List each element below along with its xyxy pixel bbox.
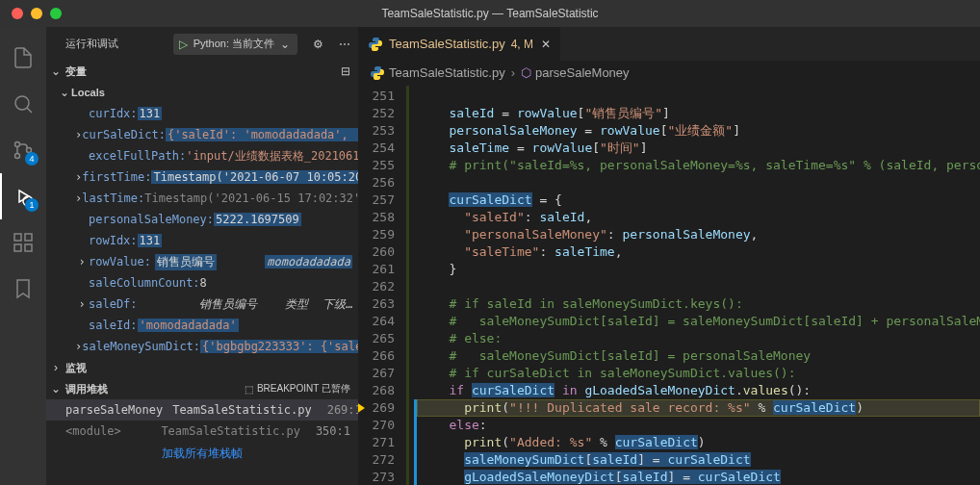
collapse-icon[interactable]: ⊟ — [341, 64, 350, 78]
svg-rect-5 — [14, 234, 21, 241]
var-curIdx[interactable]: curIdx: 131 — [46, 103, 358, 124]
bug-icon: ⬚ — [245, 384, 253, 395]
section-label: 监视 — [65, 361, 87, 375]
var-personalSaleMoney[interactable]: personalSaleMoney: 5222.1697509 — [46, 209, 358, 230]
scm-badge: 4 — [25, 152, 39, 166]
stack-frame[interactable]: parseSaleMoney TeamSaleStatistic.py 269:… — [46, 399, 358, 421]
debug-sidebar: 运行和调试 ▷ Python: 当前文件 ⌄ ⚙ ⋯ ⌄ 变量 ⊟ ⌄ Loca… — [46, 27, 358, 485]
search-icon[interactable] — [0, 81, 46, 127]
section-label: 调用堆栈 — [65, 382, 108, 396]
var-saleMoneySumDict[interactable]: ›saleMoneySumDict: {'bgbgbg223333': {'sa… — [46, 336, 358, 357]
section-label: 变量 — [65, 64, 87, 79]
fullscreen-window[interactable] — [50, 8, 62, 19]
titlebar: TeamSaleStatistic.py — TeamSaleStatistic — [0, 0, 980, 27]
debug-config-picker[interactable]: ▷ Python: 当前文件 ⌄ — [173, 34, 297, 55]
more-icon[interactable]: ⋯ — [339, 38, 350, 51]
minimize-window[interactable] — [31, 8, 42, 19]
svg-point-0 — [15, 96, 29, 110]
section-callstack[interactable]: ⌄ 调用堆栈 ⬚BREAKPOINT 已暂停 — [46, 378, 358, 399]
section-watch[interactable]: › 监视 — [46, 357, 358, 378]
var-saleDf[interactable]: ›saleDf:销售员编号 类型 下级… — [46, 294, 358, 315]
code-area[interactable]: saleId = rowValue["销售员编号"] personalSaleM… — [417, 86, 980, 485]
python-icon — [370, 65, 385, 81]
svg-rect-8 — [25, 244, 32, 251]
mod-bar — [414, 86, 417, 485]
close-window[interactable] — [12, 8, 23, 19]
stack-frame[interactable]: <module> TeamSaleStatistic.py 350:1 — [46, 421, 358, 442]
svg-rect-6 — [25, 234, 32, 241]
method-icon: ⬡ — [521, 65, 531, 80]
debug-config-label: Python: 当前文件 — [193, 37, 274, 51]
scope-locals[interactable]: ⌄ Locals — [46, 82, 358, 103]
fold-bar — [406, 86, 414, 485]
var-curSaleDict[interactable]: ›curSaleDict: {'saleId': 'momodadadada',… — [46, 124, 358, 145]
python-icon — [368, 37, 383, 52]
run-debug-icon[interactable]: 1 — [0, 173, 46, 219]
chevron-right-icon: › — [511, 65, 515, 80]
explorer-icon[interactable] — [0, 35, 46, 81]
debug-badge: 1 — [25, 198, 39, 212]
var-saleId[interactable]: saleId: 'momodadadada' — [46, 315, 358, 336]
close-icon[interactable]: ✕ — [541, 38, 551, 51]
editor-group: TeamSaleStatistic.py 4, M ✕ TeamSaleStat… — [358, 27, 980, 485]
activity-bar: 4 1 — [0, 27, 46, 485]
chevron-down-icon: ⌄ — [60, 86, 69, 99]
var-excelFullPath[interactable]: excelFullPath: 'input/业绩数据表格_20210615.x… — [46, 145, 358, 166]
tab-filename: TeamSaleStatistic.py — [389, 37, 505, 51]
svg-point-1 — [15, 142, 20, 147]
tab-modified: 4, M — [511, 38, 533, 51]
editor-body[interactable]: 2512522532542552562572582592602612622632… — [358, 86, 980, 485]
gear-icon[interactable]: ⚙ — [313, 38, 323, 51]
breadcrumbs[interactable]: TeamSaleStatistic.py › ⬡parseSaleMoney — [358, 61, 980, 86]
paused-reason: ⬚BREAKPOINT 已暂停 — [245, 382, 350, 396]
chevron-down-icon: ⌄ — [48, 64, 64, 78]
editor-tabs: TeamSaleStatistic.py 4, M ✕ — [358, 27, 980, 61]
gutter[interactable]: 2512522532542552562572582592602612622632… — [358, 86, 406, 485]
chevron-down-icon: ⌄ — [48, 382, 64, 396]
var-firstTime[interactable]: ›firstTime: Timestamp('2021-06-07 10:05:… — [46, 166, 358, 188]
svg-rect-7 — [14, 244, 21, 251]
window-title: TeamSaleStatistic.py — TeamSaleStatistic — [381, 7, 598, 20]
extensions-icon[interactable] — [0, 219, 46, 266]
svg-point-2 — [15, 154, 20, 159]
chevron-down-icon: ⌄ — [280, 38, 290, 51]
var-saleColumnCount[interactable]: saleColumnCount: 8 — [46, 272, 358, 294]
traffic-lights — [0, 8, 62, 19]
var-rowValue[interactable]: ›rowValue: 销售员编号momodadadada — [46, 251, 358, 272]
scope-label: Locals — [71, 87, 105, 98]
breadcrumb-fn: parseSaleMoney — [535, 65, 630, 80]
sidebar-title: 运行和调试 — [65, 37, 118, 51]
load-all-frames[interactable]: 加载所有堆栈帧 — [46, 442, 358, 466]
section-variables[interactable]: ⌄ 变量 ⊟ — [46, 61, 358, 82]
bookmark-icon[interactable] — [0, 266, 46, 312]
var-rowIdx[interactable]: rowIdx: 131 — [46, 230, 358, 251]
var-lastTime[interactable]: ›lastTime: Timestamp('2021-06-15 17:02:3… — [46, 188, 358, 209]
breadcrumb-file: TeamSaleStatistic.py — [389, 65, 505, 80]
source-control-icon[interactable]: 4 — [0, 127, 46, 173]
tab-file[interactable]: TeamSaleStatistic.py 4, M ✕ — [358, 27, 561, 61]
play-icon: ▷ — [179, 38, 188, 51]
chevron-right-icon: › — [48, 361, 64, 374]
